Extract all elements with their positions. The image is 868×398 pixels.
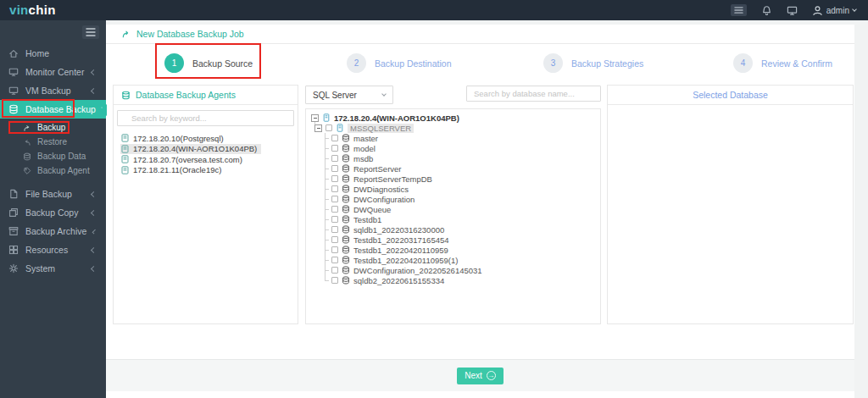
checkbox[interactable] [331, 267, 338, 274]
checkbox[interactable] [331, 185, 338, 192]
tree-database-row[interactable]: Testdb1_20220420110959(1) [325, 255, 595, 265]
tree-instance-label: MSSQLSERVER [348, 124, 414, 133]
checkbox[interactable] [331, 246, 338, 253]
tree-connector [325, 158, 329, 159]
database-type-select[interactable]: SQL Server [305, 86, 393, 104]
chevron-down-icon [381, 91, 387, 97]
sidebar-item-home[interactable]: Home [0, 44, 106, 63]
agent-list-item[interactable]: 172.18.21.11(Oracle19c) [120, 165, 225, 176]
tag-icon [23, 167, 31, 175]
sidebar-item-database-backup[interactable]: Database Backup [0, 100, 106, 119]
sidebar-item-backup-archive[interactable]: Backup Archive [0, 222, 106, 240]
checkbox[interactable] [331, 277, 338, 284]
tree-database-row[interactable]: DWDiagnostics [325, 184, 595, 194]
tree-connector [325, 209, 329, 210]
step-backup-strategies: 3 Backup Strategies [543, 53, 643, 73]
database-icon [23, 152, 31, 161]
agent-list-item[interactable]: 172.18.20.7(oversea.test.com) [120, 154, 247, 165]
checkbox[interactable] [331, 206, 338, 213]
tree-database-row[interactable]: ReportServerTempDB [325, 174, 595, 184]
tree-connector [325, 229, 329, 230]
sidebar-item-monitor-center[interactable]: Monitor Center [0, 63, 106, 81]
tree-instance-row[interactable]: MSSQLSERVER [314, 123, 595, 133]
checkbox[interactable] [331, 135, 338, 141]
tree-connector [325, 280, 329, 281]
sidebar-item-restore[interactable]: Restore [0, 135, 106, 149]
tree-database-row[interactable]: msdb [325, 153, 595, 163]
sidebar-item-resources[interactable]: Resources [0, 240, 106, 259]
checkbox[interactable] [331, 226, 338, 233]
tree-database-row[interactable]: sqldb2_20220615155334 [325, 275, 595, 285]
agent-list-item[interactable]: 172.18.20.4(WIN-AOR1O1K04PB) [120, 144, 261, 155]
chevron-left-icon [91, 69, 97, 75]
tree-database-row[interactable]: model [325, 143, 595, 153]
notification-bell-icon[interactable] [761, 5, 772, 16]
sidebar-item-vm-backup[interactable]: VM Backup [0, 81, 106, 100]
checkbox[interactable] [326, 124, 332, 131]
user-menu[interactable]: admin [812, 5, 856, 16]
page-title: New Database Backup Job [136, 29, 244, 39]
collapse-minus-icon[interactable] [314, 124, 322, 132]
vinchin-logo: vinchin [0, 0, 56, 20]
tree-database-row[interactable]: Testdb1 [325, 214, 595, 224]
sidebar-item-system[interactable]: System [0, 259, 106, 278]
checkbox[interactable] [331, 165, 338, 172]
tree-database-row[interactable]: DWQueue [325, 204, 595, 214]
checkbox[interactable] [331, 145, 338, 152]
database-icon [342, 205, 350, 213]
sidebar-collapse-icon[interactable] [82, 25, 99, 39]
tree-database-row[interactable]: master [325, 133, 595, 143]
chevron-left-icon [92, 229, 97, 233]
database-type-value: SQL Server [313, 91, 357, 100]
tree-database-row[interactable]: DWConfiguration [325, 194, 595, 204]
sidebar-item-backup-copy[interactable]: Backup Copy [0, 203, 106, 222]
sql-instance-icon [336, 124, 344, 132]
database-icon [342, 185, 350, 193]
database-backup-submenu: Backup Restore Backup Data Backup Agent [0, 119, 106, 185]
sidebar-item-file-backup[interactable]: File Backup [0, 185, 106, 203]
tree-connector [325, 189, 329, 190]
task-list-icon[interactable] [731, 4, 747, 16]
arrow-right-circle-icon: → [487, 371, 496, 380]
checkbox[interactable] [331, 175, 338, 182]
database-icon [342, 154, 350, 163]
collapse-minus-icon[interactable] [311, 114, 319, 122]
sidebar: Home Monitor Center VM Backup Database B… [0, 20, 106, 398]
tree-database-row[interactable]: Testdb1_20220420110959 [325, 245, 595, 255]
wizard-steps: 1 Backup Source 2 Backup Destination 3 B… [106, 44, 854, 85]
page-title-bar: New Database Backup Job [106, 25, 854, 44]
tree-database-row[interactable]: sqldb1_20220316230000 [325, 224, 595, 235]
console-monitor-icon[interactable] [787, 5, 798, 16]
file-icon [8, 189, 19, 199]
agents-panel-title: Database Backup Agents [136, 90, 236, 100]
chevron-left-icon [91, 87, 97, 93]
home-icon [8, 48, 19, 58]
tree-server-row[interactable]: 172.18.20.4(WIN-AOR1O1K04PB) [311, 113, 595, 123]
tree-database-row[interactable]: DWConfiguration_20220526145031 [325, 265, 595, 275]
tree-connector [325, 199, 329, 200]
tree-database-row[interactable]: Testdb1_20220317165454 [325, 235, 595, 245]
step-number-badge: 3 [543, 53, 563, 73]
checkbox[interactable] [331, 155, 338, 162]
agent-list-item[interactable]: 172.18.20.10(Postgresql) [120, 133, 228, 144]
tree-connector [325, 260, 329, 261]
checkbox[interactable] [331, 196, 338, 202]
chevron-left-icon [91, 246, 97, 252]
server-icon [322, 113, 331, 122]
sidebar-item-backup-data[interactable]: Backup Data [0, 149, 106, 163]
database-icon [342, 246, 350, 254]
database-icon [342, 235, 350, 244]
step-backup-source: 1 Backup Source [164, 53, 253, 73]
database-icon [121, 91, 131, 100]
next-button[interactable]: Next → [457, 368, 504, 384]
sidebar-item-backup[interactable]: Backup [0, 120, 106, 135]
checkbox[interactable] [331, 216, 338, 223]
checkbox[interactable] [331, 257, 338, 263]
sidebar-item-backup-agent[interactable]: Backup Agent [0, 163, 106, 178]
database-icon [342, 266, 350, 274]
database-search-input[interactable] [466, 86, 601, 102]
tree-database-row[interactable]: ReportServer [325, 163, 595, 174]
checkbox[interactable] [331, 236, 338, 243]
tree-connector [325, 250, 329, 251]
agent-search-input[interactable] [117, 110, 294, 126]
